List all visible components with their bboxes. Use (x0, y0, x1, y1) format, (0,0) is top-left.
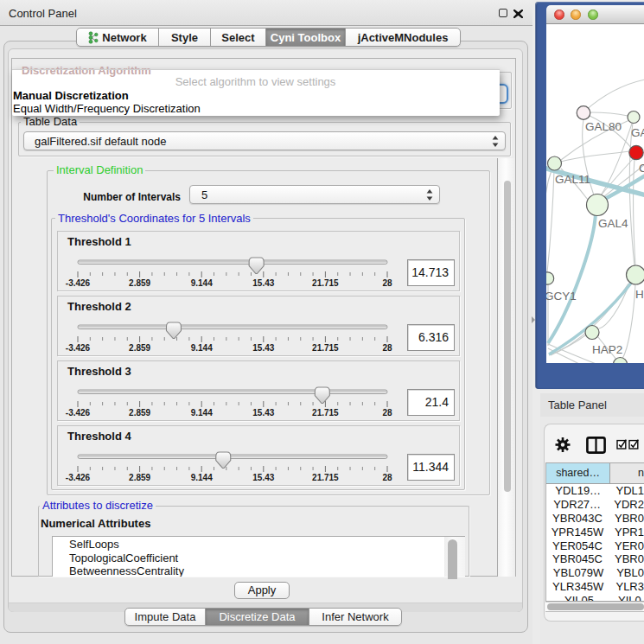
svg-text:28: 28 (382, 343, 392, 353)
svg-text:15.43: 15.43 (252, 408, 274, 418)
svg-text:21.715: 21.715 (312, 343, 339, 353)
svg-text:2.859: 2.859 (129, 408, 150, 418)
svg-text:-3.426: -3.426 (66, 343, 91, 353)
svg-text:2.859: 2.859 (129, 473, 150, 482)
svg-text:2.859: 2.859 (129, 343, 150, 353)
svg-text:21.715: 21.715 (312, 408, 339, 418)
svg-text:28: 28 (382, 408, 392, 418)
svg-text:GAL80: GAL80 (585, 120, 622, 133)
svg-text:28: 28 (382, 278, 392, 288)
svg-text:-3.426: -3.426 (66, 473, 91, 482)
svg-text:15.43: 15.43 (252, 473, 274, 482)
svg-text:H: H (635, 288, 644, 301)
svg-text:28: 28 (382, 473, 392, 482)
svg-text:9.144: 9.144 (191, 343, 213, 353)
svg-text:GA: GA (631, 126, 644, 139)
svg-text:GAL4: GAL4 (598, 217, 628, 230)
svg-text:-3.426: -3.426 (66, 408, 91, 418)
svg-text:21.715: 21.715 (312, 278, 339, 288)
svg-text:2.859: 2.859 (129, 278, 150, 288)
svg-text:9.144: 9.144 (191, 473, 213, 482)
svg-text:C: C (639, 162, 644, 175)
svg-text:15.43: 15.43 (252, 278, 274, 288)
svg-text:GAL11: GAL11 (555, 173, 590, 186)
svg-text:-3.426: -3.426 (66, 278, 91, 288)
svg-text:GCY1: GCY1 (546, 290, 577, 303)
svg-text:21.715: 21.715 (312, 473, 339, 482)
svg-text:HAP2: HAP2 (592, 343, 622, 356)
svg-text:15.43: 15.43 (252, 343, 274, 353)
svg-text:9.144: 9.144 (191, 278, 213, 288)
svg-text:9.144: 9.144 (191, 408, 213, 418)
